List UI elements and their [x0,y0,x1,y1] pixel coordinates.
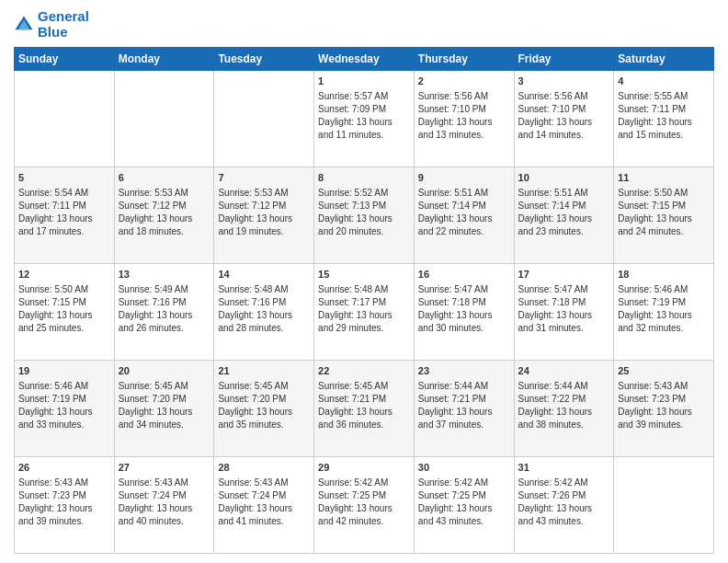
cell-info-text: Sunrise: 5:44 AMSunset: 7:22 PMDaylight:… [518,380,610,431]
column-header-sunday: Sunday [15,48,115,71]
calendar-cell: 21Sunrise: 5:45 AMSunset: 7:20 PMDayligh… [214,361,314,457]
cell-info-text: Sunrise: 5:50 AMSunset: 7:15 PMDaylight:… [618,187,710,238]
calendar-cell: 29Sunrise: 5:42 AMSunset: 7:25 PMDayligh… [314,457,415,554]
cell-date-number: 9 [418,171,510,185]
cell-date-number: 5 [18,171,110,185]
cell-date-number: 7 [218,171,310,185]
column-header-tuesday: Tuesday [214,48,314,71]
logo-icon [14,15,34,35]
calendar-cell: 24Sunrise: 5:44 AMSunset: 7:22 PMDayligh… [514,361,614,457]
cell-info-text: Sunrise: 5:55 AMSunset: 7:11 PMDaylight:… [618,90,710,142]
cell-date-number: 18 [618,268,710,282]
calendar-cell: 25Sunrise: 5:43 AMSunset: 7:23 PMDayligh… [614,361,714,457]
cell-info-text: Sunrise: 5:45 AMSunset: 7:20 PMDaylight:… [119,380,210,431]
cell-info-text: Sunrise: 5:48 AMSunset: 7:16 PMDaylight:… [218,283,310,335]
cell-date-number: 24 [518,364,610,378]
calendar-cell: 22Sunrise: 5:45 AMSunset: 7:21 PMDayligh… [314,361,415,457]
cell-info-text: Sunrise: 5:43 AMSunset: 7:24 PMDaylight:… [218,477,310,528]
calendar-cell: 4Sunrise: 5:55 AMSunset: 7:11 PMDaylight… [614,71,714,167]
cell-info-text: Sunrise: 5:53 AMSunset: 7:12 PMDaylight:… [218,187,310,238]
cell-date-number: 25 [618,364,710,378]
calendar-cell [15,71,115,167]
calendar-week-2: 5Sunrise: 5:54 AMSunset: 7:11 PMDaylight… [15,167,714,264]
calendar-cell: 11Sunrise: 5:50 AMSunset: 7:15 PMDayligh… [614,167,714,264]
calendar-cell: 27Sunrise: 5:43 AMSunset: 7:24 PMDayligh… [114,457,214,554]
column-header-thursday: Thursday [414,48,514,71]
calendar-week-4: 19Sunrise: 5:46 AMSunset: 7:19 PMDayligh… [15,361,714,457]
cell-date-number: 30 [418,461,510,475]
cell-info-text: Sunrise: 5:50 AMSunset: 7:15 PMDaylight:… [18,283,110,335]
calendar-cell: 7Sunrise: 5:53 AMSunset: 7:12 PMDaylight… [214,167,314,264]
cell-date-number: 15 [318,268,410,282]
calendar-cell: 23Sunrise: 5:44 AMSunset: 7:21 PMDayligh… [414,361,514,457]
cell-date-number: 21 [218,364,310,378]
cell-date-number: 3 [518,75,610,88]
cell-date-number: 22 [318,364,410,378]
cell-info-text: Sunrise: 5:44 AMSunset: 7:21 PMDaylight:… [418,380,510,431]
calendar-cell: 14Sunrise: 5:48 AMSunset: 7:16 PMDayligh… [214,264,314,361]
cell-info-text: Sunrise: 5:54 AMSunset: 7:11 PMDaylight:… [18,187,110,238]
cell-info-text: Sunrise: 5:52 AMSunset: 7:13 PMDaylight:… [318,187,410,238]
calendar-cell [214,71,314,167]
cell-info-text: Sunrise: 5:51 AMSunset: 7:14 PMDaylight:… [418,187,510,238]
cell-info-text: Sunrise: 5:46 AMSunset: 7:19 PMDaylight:… [18,380,110,431]
calendar-cell: 16Sunrise: 5:47 AMSunset: 7:18 PMDayligh… [414,264,514,361]
calendar-header-row: SundayMondayTuesdayWednesdayThursdayFrid… [15,48,714,71]
calendar-cell: 26Sunrise: 5:43 AMSunset: 7:23 PMDayligh… [15,457,115,554]
calendar-cell: 8Sunrise: 5:52 AMSunset: 7:13 PMDaylight… [314,167,415,264]
cell-info-text: Sunrise: 5:42 AMSunset: 7:26 PMDaylight:… [518,477,610,528]
cell-date-number: 12 [18,268,110,282]
calendar-cell: 18Sunrise: 5:46 AMSunset: 7:19 PMDayligh… [614,264,714,361]
cell-date-number: 13 [119,268,210,282]
calendar-cell: 20Sunrise: 5:45 AMSunset: 7:20 PMDayligh… [114,361,214,457]
page: General Blue SundayMondayTuesdayWednesda… [0,0,728,563]
cell-date-number: 10 [518,171,610,185]
cell-date-number: 26 [18,461,110,475]
cell-date-number: 28 [218,461,310,475]
cell-date-number: 2 [418,75,510,88]
column-header-monday: Monday [114,48,214,71]
calendar-cell: 13Sunrise: 5:49 AMSunset: 7:16 PMDayligh… [114,264,214,361]
calendar-table: SundayMondayTuesdayWednesdayThursdayFrid… [14,47,714,554]
cell-date-number: 16 [418,268,510,282]
cell-date-number: 19 [18,364,110,378]
cell-info-text: Sunrise: 5:51 AMSunset: 7:14 PMDaylight:… [518,187,610,238]
calendar-cell: 9Sunrise: 5:51 AMSunset: 7:14 PMDaylight… [414,167,514,264]
cell-info-text: Sunrise: 5:45 AMSunset: 7:21 PMDaylight:… [318,380,410,431]
calendar-cell: 31Sunrise: 5:42 AMSunset: 7:26 PMDayligh… [514,457,614,554]
cell-date-number: 29 [318,461,410,475]
header: General Blue [14,9,714,40]
logo-text: General Blue [38,9,89,40]
calendar-cell: 17Sunrise: 5:47 AMSunset: 7:18 PMDayligh… [514,264,614,361]
cell-info-text: Sunrise: 5:57 AMSunset: 7:09 PMDaylight:… [318,90,410,142]
cell-info-text: Sunrise: 5:43 AMSunset: 7:23 PMDaylight:… [618,380,710,431]
calendar-week-5: 26Sunrise: 5:43 AMSunset: 7:23 PMDayligh… [15,457,714,554]
calendar-cell: 12Sunrise: 5:50 AMSunset: 7:15 PMDayligh… [15,264,115,361]
cell-info-text: Sunrise: 5:53 AMSunset: 7:12 PMDaylight:… [119,187,210,238]
calendar-week-1: 1Sunrise: 5:57 AMSunset: 7:09 PMDaylight… [15,71,714,167]
calendar-cell: 30Sunrise: 5:42 AMSunset: 7:25 PMDayligh… [414,457,514,554]
cell-date-number: 20 [119,364,210,378]
cell-info-text: Sunrise: 5:43 AMSunset: 7:23 PMDaylight:… [18,477,110,528]
calendar-cell [614,457,714,554]
calendar-cell: 3Sunrise: 5:56 AMSunset: 7:10 PMDaylight… [514,71,614,167]
column-header-friday: Friday [514,48,614,71]
cell-info-text: Sunrise: 5:47 AMSunset: 7:18 PMDaylight:… [418,283,510,335]
calendar-cell: 10Sunrise: 5:51 AMSunset: 7:14 PMDayligh… [514,167,614,264]
calendar-cell: 5Sunrise: 5:54 AMSunset: 7:11 PMDaylight… [15,167,115,264]
logo: General Blue [14,9,89,40]
calendar-cell: 2Sunrise: 5:56 AMSunset: 7:10 PMDaylight… [414,71,514,167]
cell-info-text: Sunrise: 5:43 AMSunset: 7:24 PMDaylight:… [119,477,210,528]
calendar-cell [114,71,214,167]
cell-info-text: Sunrise: 5:56 AMSunset: 7:10 PMDaylight:… [418,90,510,142]
cell-info-text: Sunrise: 5:46 AMSunset: 7:19 PMDaylight:… [618,283,710,335]
cell-info-text: Sunrise: 5:49 AMSunset: 7:16 PMDaylight:… [119,283,210,335]
cell-info-text: Sunrise: 5:47 AMSunset: 7:18 PMDaylight:… [518,283,610,335]
calendar-cell: 28Sunrise: 5:43 AMSunset: 7:24 PMDayligh… [214,457,314,554]
cell-date-number: 14 [218,268,310,282]
cell-date-number: 11 [618,171,710,185]
column-header-wednesday: Wednesday [314,48,415,71]
cell-date-number: 27 [119,461,210,475]
calendar-week-3: 12Sunrise: 5:50 AMSunset: 7:15 PMDayligh… [15,264,714,361]
cell-date-number: 31 [518,461,610,475]
